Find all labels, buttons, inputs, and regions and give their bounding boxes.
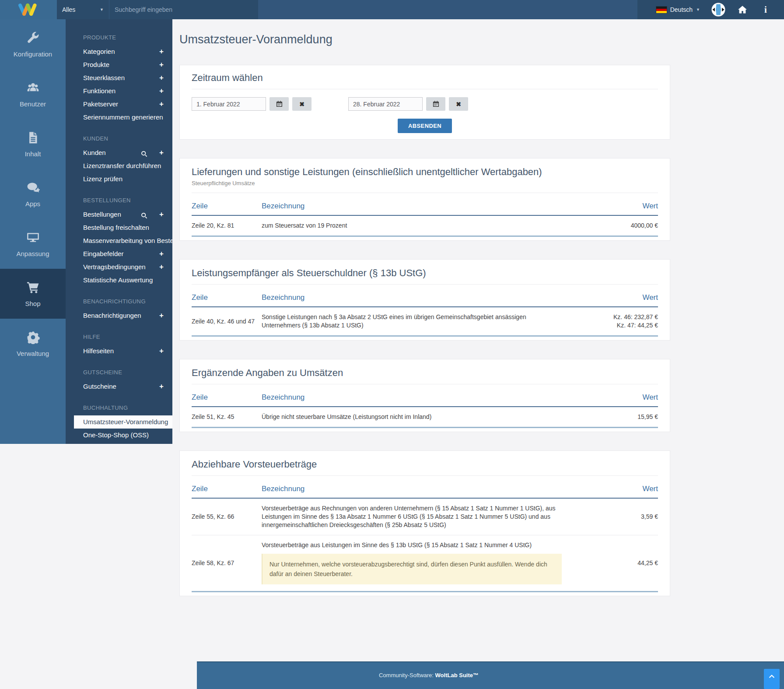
user-avatar[interactable] [711, 3, 725, 17]
menu-item-label: Produkte [83, 61, 109, 68]
column-header: Wert [575, 393, 658, 407]
topbar-user-area: Deutsch ▼ i [637, 0, 784, 19]
date-from-input[interactable] [192, 97, 266, 111]
row-wert-line: 4000,00 € [575, 221, 658, 230]
plus-icon[interactable]: + [159, 344, 164, 358]
menu-item-label: Bestellungen [83, 211, 121, 218]
column-header: Zeile [192, 202, 262, 215]
info-button[interactable]: i [761, 4, 770, 15]
menu-item[interactable]: Lizenztransfer durchführen [66, 159, 172, 172]
page-title: Umsatzsteuer-Voranmeldung [179, 32, 677, 47]
plus-icon[interactable]: + [159, 45, 164, 58]
report-section-card: Leistungsempfänger als Steuerschuldner (… [179, 259, 670, 341]
plus-icon[interactable]: + [159, 260, 164, 274]
table-row: Zeile 55, Kz. 66Vorsteuerbeträge aus Rec… [192, 498, 658, 535]
date-to-input[interactable] [348, 97, 423, 111]
menu-item-label: Benachrichtigungen [83, 312, 141, 319]
section-heading: Lieferungen und sonstige Leistungen (ein… [192, 166, 658, 178]
date-from-calendar-button[interactable] [270, 97, 289, 111]
menu-item[interactable]: Steuerklassen+ [66, 71, 172, 84]
date-to-clear-button[interactable]: ✖ [449, 97, 468, 111]
rail-item-label: Inhalt [25, 150, 41, 158]
menu-item[interactable]: Statistische Auswertung [66, 274, 172, 287]
plus-icon[interactable]: + [159, 71, 164, 84]
menu-item[interactable]: Gutscheine+ [66, 380, 172, 393]
report-section-card: Lieferungen und sonstige Leistungen (ein… [179, 158, 670, 241]
menu-item[interactable]: Umsatzsteuer-Voranmeldung [74, 415, 172, 429]
values-table: ZeileBezeichnungWertZeile 51, Kz. 45Übri… [192, 393, 658, 428]
menu-item[interactable]: Eingabefelder+ [66, 247, 172, 260]
home-button[interactable] [737, 4, 748, 15]
search-input[interactable] [109, 0, 258, 19]
plus-icon[interactable]: + [159, 58, 164, 71]
menu-item[interactable]: Paketserver+ [66, 98, 172, 111]
language-dropdown[interactable]: Deutsch ▼ [656, 6, 700, 13]
row-bezeichnung: zum Steuersatz von 19 Prozent [262, 215, 575, 236]
plus-icon[interactable]: + [159, 84, 164, 98]
rail-item-label: Apps [25, 200, 40, 207]
column-header: Zeile [192, 485, 262, 498]
menu-item[interactable]: Massenverarbeitung von Bestellun… [66, 234, 172, 247]
menu-item[interactable]: One-Stop-Shop (OSS) [66, 429, 172, 442]
plus-icon[interactable]: + [159, 247, 164, 260]
period-controls: ✖ ✖ [192, 97, 658, 111]
menu-item-label: Hilfeseiten [83, 347, 114, 355]
date-to-calendar-button[interactable] [426, 97, 445, 111]
menu-item[interactable]: Bestellung freischalten [66, 221, 172, 234]
plus-icon[interactable]: + [159, 309, 164, 322]
menu-item[interactable]: Produkte+ [66, 58, 172, 71]
column-header: Wert [575, 202, 658, 215]
plus-icon[interactable]: + [159, 98, 164, 111]
rail-item-shop[interactable]: Shop [0, 269, 66, 319]
submit-button[interactable]: ABSENDEN [398, 119, 452, 133]
menu-item[interactable]: Kunden+ [66, 146, 172, 159]
wrench-icon [26, 31, 40, 46]
menu-item[interactable]: Kategorien+ [66, 45, 172, 58]
menu-item[interactable]: Hilfeseiten+ [66, 344, 172, 358]
date-from-clear-button[interactable]: ✖ [292, 97, 312, 111]
search-icon[interactable] [140, 149, 148, 156]
menu-item-label: Paketserver [83, 100, 118, 108]
footer-brand: WoltLab Suite™ [435, 672, 479, 678]
plus-icon[interactable]: + [159, 146, 164, 159]
menu-section: BENACHRICHTIGUNGBenachrichtigungen+ [66, 297, 172, 322]
menu-item[interactable]: Vertragsbedingungen+ [66, 260, 172, 274]
column-header: Bezeichnung [262, 485, 575, 498]
search-box [109, 0, 258, 19]
menu-item-label: Umsatzsteuer-Voranmeldung [83, 418, 168, 425]
menu-item[interactable]: Lizenz prüfen [66, 172, 172, 186]
divider [192, 284, 658, 285]
rail-item-inhalt[interactable]: Inhalt [0, 119, 66, 169]
column-header: Bezeichnung [262, 202, 575, 215]
row-wert-line: 44,25 € [575, 559, 658, 567]
menu-section: PRODUKTEKategorien+Produkte+Steuerklasse… [66, 33, 172, 124]
rail-item-konfiguration[interactable]: Konfiguration [0, 19, 66, 69]
plus-icon[interactable]: + [159, 380, 164, 393]
footer: Community-Software: WoltLab Suite™ [197, 661, 784, 689]
menu-item-label: Kunden [83, 149, 106, 156]
rail-item-benutzer[interactable]: Benutzer [0, 69, 66, 119]
row-bezeichnung-text: Übrige nicht steuerbare Umsätze (Leistun… [262, 413, 562, 421]
chevron-down-icon: ▼ [696, 7, 700, 12]
plus-icon[interactable]: + [159, 208, 164, 221]
menu-item-label: Eingabefelder [83, 250, 124, 257]
calendar-icon [276, 100, 283, 108]
menu-item[interactable]: Benachrichtigungen+ [66, 309, 172, 322]
scroll-to-top-button[interactable] [764, 669, 780, 689]
row-bezeichnung: Sonstige Leistungen nach § 3a Absatz 2 U… [262, 307, 575, 336]
chevron-down-icon: ▼ [100, 7, 104, 12]
column-header: Bezeichnung [262, 293, 575, 307]
menu-section-header: BESTELLUNGEN [66, 196, 172, 205]
woltlab-logo[interactable] [0, 0, 57, 19]
search-icon[interactable] [140, 211, 148, 218]
rail-item-anpassung[interactable]: Anpassung [0, 219, 66, 269]
search-scope-dropdown[interactable]: Alles ▼ [57, 0, 109, 19]
menu-item[interactable]: Funktionen+ [66, 84, 172, 98]
calendar-icon [432, 100, 440, 108]
rail-item-apps[interactable]: Apps [0, 169, 66, 219]
section-heading: Ergänzende Angaben zu Umsätzen [192, 367, 658, 379]
rail-item-verwaltung[interactable]: Verwaltung [0, 319, 66, 369]
menu-item[interactable]: Bestellungen+ [66, 208, 172, 221]
row-zeile: Zeile 40, Kz. 46 und 47 [192, 307, 262, 336]
menu-item[interactable]: Seriennummern generieren [66, 111, 172, 124]
